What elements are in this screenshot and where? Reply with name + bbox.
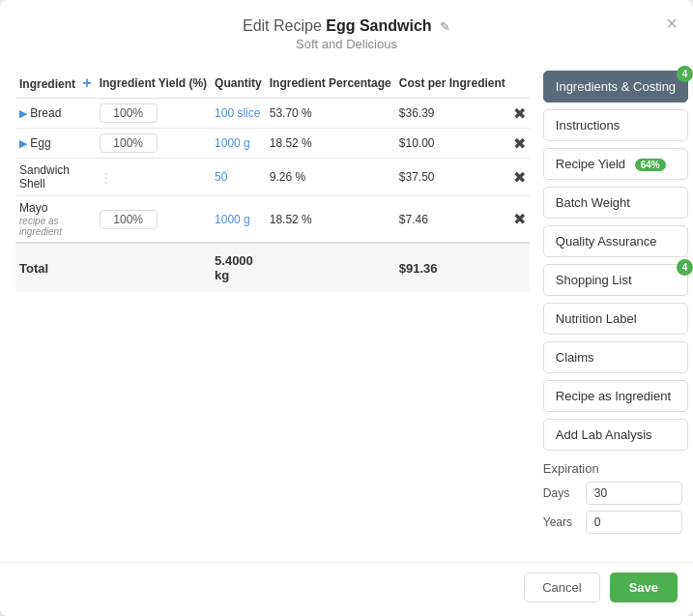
recipe-yield-badge: 64% xyxy=(635,159,666,171)
panel-btn-nutrition-label[interactable]: Nutrition Label xyxy=(543,303,688,335)
cost-value: $7.46 xyxy=(395,196,509,244)
ingredient-name: Mayo xyxy=(19,201,47,215)
total-quantity: 5.4000 kg xyxy=(211,243,266,292)
yield-input[interactable] xyxy=(100,133,158,153)
badge-4-shopping: 4 xyxy=(677,259,693,276)
table-row: Sandwich Shell ⋮ 50 9.26 % $37.50 ✖ xyxy=(15,159,530,196)
modal-footer: Cancel Save xyxy=(0,562,693,616)
panel-btn-label: Nutrition Label xyxy=(556,311,637,326)
ingredient-name: Egg xyxy=(30,136,50,150)
panel-btn-label: Claims xyxy=(556,350,594,365)
expiration-years-row: Years xyxy=(543,511,688,534)
panel-btn-label: Shopping List xyxy=(556,273,632,287)
years-label: Years xyxy=(543,515,578,529)
quantity-link[interactable]: 1000 g xyxy=(215,213,250,226)
panel-btn-instructions[interactable]: Instructions xyxy=(543,109,688,141)
yield-input[interactable] xyxy=(100,103,158,123)
expiration-days-row: Days xyxy=(543,482,688,505)
percentage-value: 18.52 % xyxy=(266,129,395,159)
badge-4: 4 xyxy=(677,66,693,82)
total-label: Total xyxy=(15,243,211,292)
days-label: Days xyxy=(543,486,578,500)
panel-btn-add-lab-analysis[interactable]: Add Lab Analysis xyxy=(543,419,688,451)
left-panel: Ingredient + Ingredient Yield (%) Quanti… xyxy=(15,69,530,546)
panel-btn-label: Quality Assurance xyxy=(556,234,657,249)
table-row: Mayo recipe as ingredient 1000 g 18.52 %… xyxy=(15,196,530,244)
remove-ingredient-button[interactable]: ✖ xyxy=(513,134,526,153)
title-prefix: Edit Recipe xyxy=(243,17,322,34)
days-input[interactable] xyxy=(586,482,682,505)
edit-icon[interactable]: ✎ xyxy=(440,19,450,34)
quantity-link[interactable]: 1000 g xyxy=(215,136,250,150)
recipe-name: Egg Sandwich xyxy=(326,17,431,34)
remove-ingredient-button[interactable]: ✖ xyxy=(513,168,526,187)
panel-btn-label: Recipe as Ingredient xyxy=(556,389,671,403)
cost-value: $36.39 xyxy=(395,99,509,129)
drag-handle[interactable]: ⋮ xyxy=(100,170,112,185)
modal-title: Edit Recipe Egg Sandwich ✎ xyxy=(39,17,654,35)
modal-header: Edit Recipe Egg Sandwich ✎ Soft and Deli… xyxy=(0,0,693,59)
percentage-value: 9.26 % xyxy=(266,159,395,196)
sub-label: recipe as ingredient xyxy=(19,216,92,237)
yield-input[interactable] xyxy=(100,210,158,229)
table-row: ▶ Bread 100 slice 53.70 % $36.39 ✖ xyxy=(15,99,530,129)
remove-ingredient-button[interactable]: ✖ xyxy=(513,210,526,228)
table-row: ▶ Egg 1000 g 18.52 % $10.00 ✖ xyxy=(15,129,530,159)
col-quantity: Quantity xyxy=(211,69,266,99)
col-yield: Ingredient Yield (%) xyxy=(96,69,211,99)
panel-btn-batch-weight[interactable]: Batch Weight xyxy=(543,187,688,219)
chevron-right-icon[interactable]: ▶ xyxy=(19,107,27,119)
col-ingredient: Ingredient + xyxy=(15,69,96,99)
panel-btn-quality-assurance[interactable]: Quality Assurance xyxy=(543,225,688,257)
col-cost: Cost per Ingredient xyxy=(395,69,509,99)
panel-btn-label: Recipe Yield xyxy=(556,157,625,171)
edit-recipe-modal: Edit Recipe Egg Sandwich ✎ Soft and Deli… xyxy=(0,0,693,616)
panel-btn-claims[interactable]: Claims xyxy=(543,341,688,373)
panel-btn-ingredients-costing[interactable]: Ingredients & Costing 4 xyxy=(543,71,688,103)
close-button[interactable]: × xyxy=(666,14,678,33)
panel-btn-label: Batch Weight xyxy=(556,195,630,210)
percentage-value: 53.70 % xyxy=(266,99,395,129)
ingredient-name: Sandwich Shell xyxy=(19,163,70,191)
quantity-link[interactable]: 50 xyxy=(215,170,227,184)
panel-btn-recipe-yield[interactable]: Recipe Yield 64% xyxy=(543,148,688,180)
total-cost: $91.36 xyxy=(395,243,509,292)
cost-value: $10.00 xyxy=(395,129,509,159)
add-ingredient-icon[interactable]: + xyxy=(82,74,91,91)
total-row: Total 5.4000 kg $91.36 xyxy=(15,243,530,292)
expiration-section: Expiration Days Years xyxy=(543,461,688,540)
panel-btn-label: Instructions xyxy=(556,118,620,132)
save-button[interactable]: Save xyxy=(610,572,678,602)
panel-btn-label: Ingredients & Costing xyxy=(556,79,676,94)
years-input[interactable] xyxy=(586,511,682,534)
chevron-right-icon[interactable]: ▶ xyxy=(19,137,27,149)
col-percentage: Ingredient Percentage xyxy=(266,69,395,99)
panel-btn-recipe-as-ingredient[interactable]: Recipe as Ingredient xyxy=(543,380,688,412)
remove-ingredient-button[interactable]: ✖ xyxy=(513,104,526,123)
cost-value: $37.50 xyxy=(395,159,509,196)
expiration-label: Expiration xyxy=(543,461,688,476)
percentage-value: 18.52 % xyxy=(266,196,395,244)
right-panel: Ingredients & Costing 4 Instructions Rec… xyxy=(543,69,688,546)
modal-body: Ingredient + Ingredient Yield (%) Quanti… xyxy=(0,59,693,562)
ingredients-table: Ingredient + Ingredient Yield (%) Quanti… xyxy=(15,69,530,292)
modal-subtitle: Soft and Delicious xyxy=(39,37,654,51)
quantity-link[interactable]: 100 slice xyxy=(215,106,260,120)
ingredient-name: Bread xyxy=(30,106,61,120)
panel-btn-shopping-list[interactable]: Shopping List 4 xyxy=(543,264,688,296)
cancel-button[interactable]: Cancel xyxy=(524,572,599,602)
panel-btn-label: Add Lab Analysis xyxy=(556,427,652,442)
